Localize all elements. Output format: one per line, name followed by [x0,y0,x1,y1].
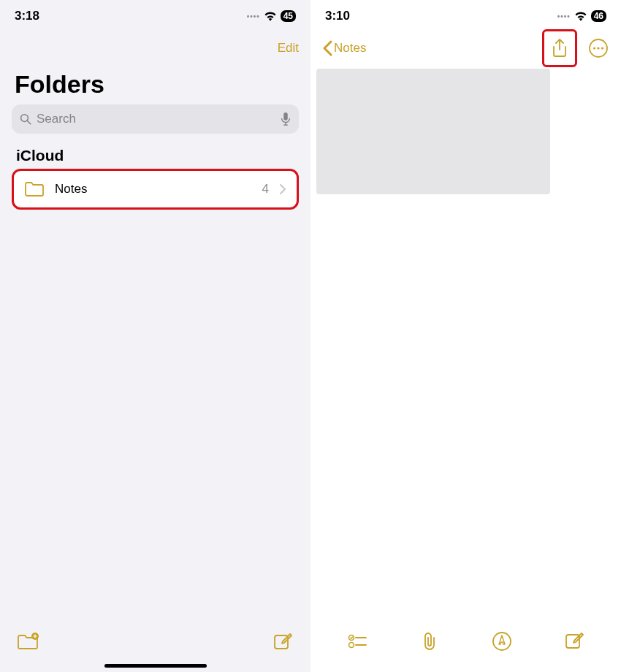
svg-point-11 [597,47,599,49]
search-text-field[interactable] [37,112,275,126]
battery-badge: 45 [281,10,296,22]
svg-line-1 [27,121,31,124]
svg-rect-2 [283,112,287,121]
back-label: Notes [334,41,366,56]
svg-point-15 [348,643,354,648]
status-time: 3:10 [325,9,350,23]
note-attachment-image[interactable] [316,69,550,194]
folder-icon [24,181,45,197]
compose-button[interactable] [563,630,585,652]
section-header-icloud: iCloud [0,141,310,169]
nav-bar: Edit [0,32,310,64]
phone-folders: 3:18 •••• 45 Edit Folders iCloud [0,0,310,672]
cellular-dots-icon: •••• [557,12,571,20]
chevron-left-icon [322,40,332,56]
status-bar: 3:10 •••• 46 [310,0,621,32]
note-body[interactable] [310,64,621,621]
share-button[interactable] [542,29,577,67]
wifi-icon [574,11,587,21]
status-time: 3:18 [15,9,39,23]
back-button[interactable]: Notes [322,40,366,56]
more-button[interactable] [587,37,609,59]
compose-button[interactable] [271,630,294,654]
cellular-dots-icon: •••• [247,12,260,20]
page-title: Folders [0,64,310,104]
folder-label: Notes [55,182,252,196]
phone-note-detail: 3:10 •••• 46 Notes [310,0,621,672]
home-indicator[interactable] [104,664,207,668]
svg-point-10 [593,47,595,49]
microphone-icon[interactable] [280,112,292,126]
nav-bar: Notes [310,32,621,64]
battery-badge: 46 [591,10,606,22]
search-icon [19,112,32,126]
folder-row-notes[interactable]: Notes 4 [12,169,299,210]
search-input[interactable] [12,104,299,134]
chevron-right-icon [279,183,286,195]
wifi-icon [264,11,277,21]
new-folder-button[interactable] [16,630,39,654]
svg-point-12 [601,47,603,49]
status-indicators: •••• 46 [557,10,606,22]
attachment-button[interactable] [419,630,441,652]
checklist-button[interactable] [346,630,368,652]
edit-button[interactable]: Edit [278,41,299,56]
status-bar: 3:18 •••• 45 [0,0,310,32]
folder-count: 4 [262,182,269,196]
markup-button[interactable] [491,630,513,652]
note-toolbar [310,621,621,672]
status-indicators: •••• 45 [247,10,296,22]
